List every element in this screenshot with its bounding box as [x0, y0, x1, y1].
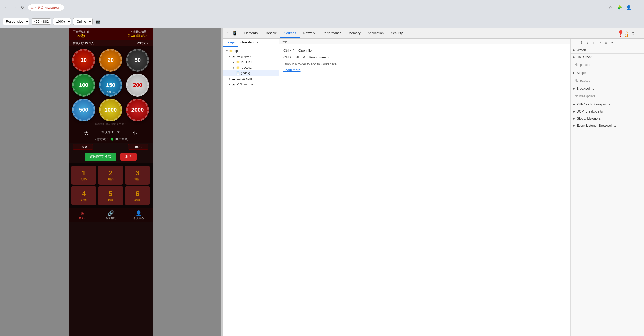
global-listeners-header[interactable]: ▶ Global Listeners — [571, 115, 644, 122]
more-options-button[interactable]: ⋮ — [636, 30, 642, 36]
tree-item-top[interactable]: ▼ 📁 top — [223, 48, 279, 54]
dom-arrow: ▶ — [573, 110, 575, 113]
sidebar-tab-page[interactable]: Page — [223, 39, 238, 47]
tree-item-publicjs[interactable]: ▶ 📁 Public/js — [223, 59, 279, 65]
step-button[interactable]: → — [597, 40, 603, 45]
forward-button[interactable]: → — [11, 4, 18, 11]
chip-150[interactable]: 150 金额：0 — [99, 74, 122, 97]
arrow-s13cnzz: ▶ — [229, 83, 231, 86]
xhr-arrow: ▶ — [573, 103, 575, 106]
dont-pause-on-exceptions-button[interactable]: ⏭ — [609, 40, 615, 45]
dom-breakpoints-section: ▶ DOM Breakpoints — [571, 108, 644, 115]
warning-badge[interactable]: ⚠ 11 — [624, 30, 630, 36]
result-section: 上期开奖结果 第2254期:2点,小 — [128, 30, 148, 38]
nav-item-guess[interactable]: ⊞ 猜大小 — [69, 208, 97, 222]
number-cell-5[interactable]: 5 1赔5 — [98, 186, 123, 205]
more-menu-button[interactable]: ⋮ — [634, 4, 641, 11]
tab-performance[interactable]: Performance — [319, 28, 345, 38]
tree-item-kn[interactable]: ▼ ☁ kn.ypgzw.cn — [223, 54, 279, 59]
dom-breakpoints-header[interactable]: ▶ DOM Breakpoints — [571, 108, 644, 115]
main-area: 距离开奖时间 58秒 上期开奖结果 第2254期:2点,小 在线人数:1901人… — [0, 28, 644, 336]
settings-button[interactable]: ⚙ — [630, 30, 636, 36]
learn-more-link[interactable]: Learn more — [283, 68, 300, 72]
chip-50[interactable]: 50 — [126, 49, 149, 72]
error-badge[interactable]: 🔴 1 — [618, 30, 624, 36]
step-out-button[interactable]: ↑ — [591, 40, 596, 45]
tree-item-restouzi[interactable]: ▶ 📁 res/touzi — [223, 65, 279, 70]
tab-security[interactable]: Security — [387, 28, 406, 38]
code-toolbar: top — [279, 39, 570, 44]
tree-item-s13cnzz[interactable]: ▶ ☁ s13.cnzz.com — [223, 82, 279, 87]
tree-item-cnzz[interactable]: ▶ ☁ c.cnzz.com — [223, 76, 279, 82]
scope-header[interactable]: ▶ Scope — [571, 69, 644, 76]
tree-label-kn: kn.ypgzw.cn — [237, 55, 253, 58]
throttle-select[interactable]: Online — [73, 18, 93, 25]
zoom-select[interactable]: 100% — [53, 18, 71, 25]
tree-item-index[interactable]: ▶ 📄 (index) — [223, 70, 279, 76]
resize-handle[interactable] — [221, 28, 223, 336]
number-cell-4[interactable]: 4 1赔5 — [71, 186, 96, 205]
chip-10[interactable]: 10 — [72, 49, 95, 72]
bet-row: 大 本次押注：大 小 — [73, 130, 148, 136]
chip-20[interactable]: 20 — [99, 49, 122, 72]
call-stack-header[interactable]: ▶ Call Stack — [571, 54, 644, 60]
event-listener-header[interactable]: ▶ Event Listener Breakpoints — [571, 122, 644, 129]
back-button[interactable]: ← — [3, 4, 10, 11]
number-5: 5 — [100, 190, 121, 198]
select-bet-button[interactable]: 请选择下注金额 — [85, 153, 116, 161]
folder-icon-top: 📁 — [229, 49, 233, 53]
xhr-breakpoints-section: ▶ XHR/fetch Breakpoints — [571, 101, 644, 108]
refresh-button[interactable]: ↻ — [19, 4, 26, 11]
sidebar-options-btn[interactable]: ⋮ — [273, 39, 279, 47]
devtools-inspect-button[interactable]: ⬚ — [226, 30, 232, 36]
guess-label: 猜大小 — [79, 217, 86, 220]
devtools-device-button[interactable]: 📱 — [232, 30, 238, 36]
mobile-preview: 距离开奖时间 58秒 上期开奖结果 第2254期:2点,小 在线人数:1901人… — [0, 28, 221, 336]
scope-section: ▶ Scope Not paused — [571, 69, 644, 85]
cancel-button[interactable]: 取消 — [120, 153, 137, 161]
tab-console[interactable]: Console — [261, 28, 280, 38]
call-stack-not-paused: Not paused — [575, 62, 640, 68]
arrow-cnzz: ▶ — [229, 77, 231, 80]
number-cell-3[interactable]: 3 1赔5 — [125, 166, 150, 185]
deactivate-breakpoints-button[interactable]: ⊝ — [603, 40, 609, 45]
xhr-breakpoints-header[interactable]: ▶ XHR/fetch Breakpoints — [571, 101, 644, 108]
sidebar-tab-filesystem[interactable]: Filesystem — [238, 39, 255, 47]
tab-sources[interactable]: Sources — [280, 28, 300, 38]
chip-1000[interactable]: 1000 — [99, 99, 122, 121]
tab-more[interactable]: » — [406, 29, 412, 38]
pay-method-label: 账户余额 — [115, 137, 128, 141]
tab-network[interactable]: Network — [300, 28, 319, 38]
watch-section-header[interactable]: ▶ Watch — [571, 46, 644, 53]
devtools-panel: ⬚ 📱 Elements Console Sources Network Per… — [223, 28, 644, 336]
chip-200[interactable]: 200 — [126, 74, 149, 97]
number-cell-1[interactable]: 1 1赔5 — [71, 166, 96, 185]
chip-2000[interactable]: 2000 — [126, 99, 149, 121]
number-cell-2[interactable]: 2 1赔5 — [98, 166, 123, 185]
tab-application[interactable]: Application — [364, 28, 387, 38]
arrow-restouzi: ▶ — [233, 66, 235, 69]
nav-item-share[interactable]: 🔗 分享赚钱 — [97, 208, 125, 222]
extensions-button[interactable]: 🧩 — [616, 4, 623, 11]
number-cell-6[interactable]: 6 1赔5 — [125, 186, 150, 205]
breakpoints-header[interactable]: ▶ Breakpoints — [571, 85, 644, 92]
origin-icon-s13cnzz: ☁ — [232, 83, 236, 86]
tab-elements[interactable]: Elements — [240, 28, 261, 38]
capture-button[interactable]: 📷 — [95, 18, 102, 25]
global-arrow: ▶ — [573, 117, 575, 120]
star-button[interactable]: ☆ — [607, 4, 614, 11]
guess-icon: ⊞ — [81, 210, 85, 216]
responsive-select[interactable]: Responsive — [3, 18, 29, 25]
bet-label: 本次押注：大 — [101, 130, 120, 136]
pause-button[interactable]: ⏸ — [573, 40, 578, 45]
nav-item-profile[interactable]: 👤 个人中心 — [125, 208, 153, 222]
profile-button[interactable]: 👤 — [625, 4, 632, 11]
breakpoints-section: ▶ Breakpoints No breakpoints — [571, 85, 644, 101]
step-over-button[interactable]: ⤵ — [579, 40, 584, 45]
chip-500[interactable]: 500 — [72, 99, 95, 121]
step-into-button[interactable]: ↓ — [585, 40, 590, 45]
tab-memory[interactable]: Memory — [345, 28, 364, 38]
chip-100[interactable]: 100 — [72, 74, 95, 97]
sidebar-tab-more[interactable]: » — [255, 39, 260, 47]
watch-section: ▶ Watch — [571, 46, 644, 54]
